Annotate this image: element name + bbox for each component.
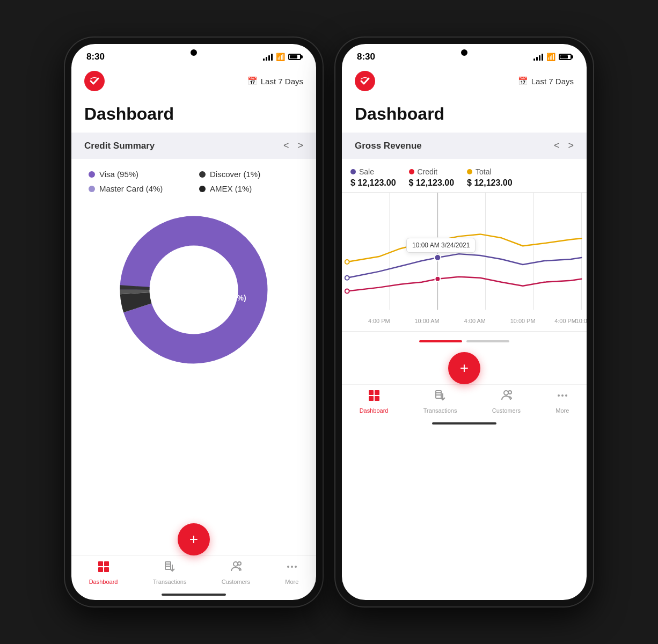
svg-point-15 <box>287 566 289 568</box>
rev-dot-sale <box>350 169 356 174</box>
camera-dot-2 <box>461 49 467 56</box>
svg-point-28 <box>345 289 349 294</box>
fab-container-2: + <box>342 347 587 384</box>
fab-button-2[interactable]: + <box>448 352 480 384</box>
section-header-1: Credit Summary < > <box>71 133 316 159</box>
battery-icon-2 <box>559 54 572 60</box>
date-filter-1[interactable]: 📅 Last 7 Days <box>247 76 303 86</box>
main-content-1: Visa (95%) Discover (1%) Master Card (4%… <box>71 159 316 518</box>
app-logo-1 <box>84 71 105 91</box>
nav-transactions-2[interactable]: Transactions <box>423 389 457 414</box>
dashboard-title-2: Dashboard <box>342 98 587 133</box>
phone-1-screen: 8:30 📶 <box>71 44 316 600</box>
svg-point-16 <box>291 566 293 568</box>
next-arrow-1[interactable]: > <box>297 140 303 151</box>
line-chart-container: 4:00 PM 10:00 AM 4:00 AM 10:00 PM 4:00 P… <box>342 192 587 334</box>
legend-item-mastercard: Master Card (4%) <box>89 184 188 193</box>
customers-nav-icon-2 <box>500 389 513 405</box>
section-title-2: Gross Revenue <box>355 141 422 151</box>
nav-label-customers-2: Customers <box>492 407 521 414</box>
scroll-active <box>419 340 462 342</box>
svg-point-29 <box>435 276 440 282</box>
nav-label-dashboard-2: Dashboard <box>360 407 389 414</box>
status-time-1: 8:30 <box>86 52 105 62</box>
home-indicator-2 <box>432 422 496 425</box>
camera-dot-1 <box>191 49 197 56</box>
nav-label-more-1: More <box>285 579 298 585</box>
fab-button-1[interactable]: + <box>178 523 210 555</box>
nav-dashboard-1[interactable]: Dashboard <box>89 560 118 585</box>
rev-value-credit: $ 12,123.00 <box>409 178 455 188</box>
donut-chart-container: (95%) (4%) <box>80 199 308 381</box>
status-bar-1: 8:30 📶 <box>71 44 316 67</box>
legend-dot-discover <box>199 171 206 178</box>
rev-legend-credit: Credit $ 12,123.00 <box>409 167 455 188</box>
top-bar-1: 📅 Last 7 Days <box>71 67 316 98</box>
legend-item-discover: Discover (1%) <box>199 170 299 179</box>
top-bar-2: 📅 Last 7 Days <box>342 67 587 98</box>
customers-nav-icon-1 <box>229 560 242 576</box>
svg-rect-8 <box>104 567 109 572</box>
rev-label-sale: Sale <box>359 167 374 176</box>
svg-rect-37 <box>375 390 379 395</box>
svg-point-44 <box>504 391 508 395</box>
legend-dot-mastercard <box>89 186 95 192</box>
svg-point-14 <box>238 562 241 565</box>
bottom-nav-2: Dashboard Transactions <box>342 384 587 422</box>
rev-value-sale: $ 12,123.00 <box>350 178 396 188</box>
rev-legend-label-sale: Sale <box>350 167 396 176</box>
calendar-icon-2: 📅 <box>518 76 528 86</box>
calendar-icon-1: 📅 <box>247 76 258 86</box>
svg-rect-36 <box>369 390 374 395</box>
date-filter-label-1: Last 7 Days <box>261 77 303 86</box>
more-nav-icon-2 <box>556 389 569 405</box>
nav-customers-1[interactable]: Customers <box>222 560 250 585</box>
section-title-1: Credit Summary <box>84 141 155 151</box>
nav-label-customers-1: Customers <box>222 579 250 585</box>
svg-point-26 <box>345 276 349 280</box>
nav-dashboard-2[interactable]: Dashboard <box>360 389 389 414</box>
nav-label-more-2: More <box>555 407 569 414</box>
svg-text:10:00 PM: 10:00 PM <box>510 318 536 324</box>
nav-more-2[interactable]: More <box>555 389 569 414</box>
svg-rect-38 <box>369 396 374 401</box>
prev-arrow-1[interactable]: < <box>283 140 289 151</box>
svg-point-48 <box>565 394 567 397</box>
status-bar-2: 8:30 📶 <box>342 44 587 67</box>
rev-value-total: $ 12,123.00 <box>467 178 513 188</box>
scroll-indicator-2 <box>342 336 587 347</box>
svg-rect-6 <box>104 561 109 566</box>
revenue-legend: Sale $ 12,123.00 Credit $ 12,123.00 Tota… <box>342 159 587 192</box>
wifi-icon-2: 📶 <box>546 53 555 61</box>
svg-point-45 <box>508 391 511 394</box>
nav-label-transactions-2: Transactions <box>423 407 457 414</box>
dashboard-title-1: Dashboard <box>71 98 316 133</box>
legend-label-amex: AMEX (1%) <box>210 184 252 193</box>
svg-point-24 <box>345 260 349 264</box>
svg-point-17 <box>295 566 297 568</box>
svg-text:4:00 AM: 4:00 AM <box>464 318 486 324</box>
legend-label-mastercard: Master Card (4%) <box>99 184 163 193</box>
chart-tooltip: 10:00 AM 3/24/2021 <box>406 238 476 253</box>
prev-arrow-2[interactable]: < <box>554 140 560 151</box>
signal-bars-1 <box>263 53 273 61</box>
svg-point-46 <box>558 394 560 397</box>
rev-label-total: Total <box>476 167 492 176</box>
status-icons-1: 📶 <box>263 53 301 61</box>
date-filter-2[interactable]: 📅 Last 7 Days <box>518 76 574 86</box>
legend-item-visa: Visa (95%) <box>89 170 188 179</box>
nav-more-1[interactable]: More <box>285 560 298 585</box>
next-arrow-2[interactable]: > <box>568 140 574 151</box>
chart-legend-1: Visa (95%) Discover (1%) Master Card (4%… <box>80 159 308 199</box>
svg-text:10:0: 10:0 <box>576 318 587 324</box>
svg-rect-39 <box>375 396 379 401</box>
nav-transactions-1[interactable]: Transactions <box>153 560 187 585</box>
rev-dot-total <box>467 169 472 174</box>
svg-text:4:00 PM: 4:00 PM <box>368 318 390 324</box>
svg-point-47 <box>561 394 564 397</box>
nav-customers-2[interactable]: Customers <box>492 389 521 414</box>
status-time-2: 8:30 <box>357 52 375 62</box>
svg-text:10:00 AM: 10:00 AM <box>414 318 439 324</box>
phone-1: 8:30 📶 <box>65 38 323 606</box>
donut-chart-svg: (95%) (4%) <box>113 209 274 370</box>
